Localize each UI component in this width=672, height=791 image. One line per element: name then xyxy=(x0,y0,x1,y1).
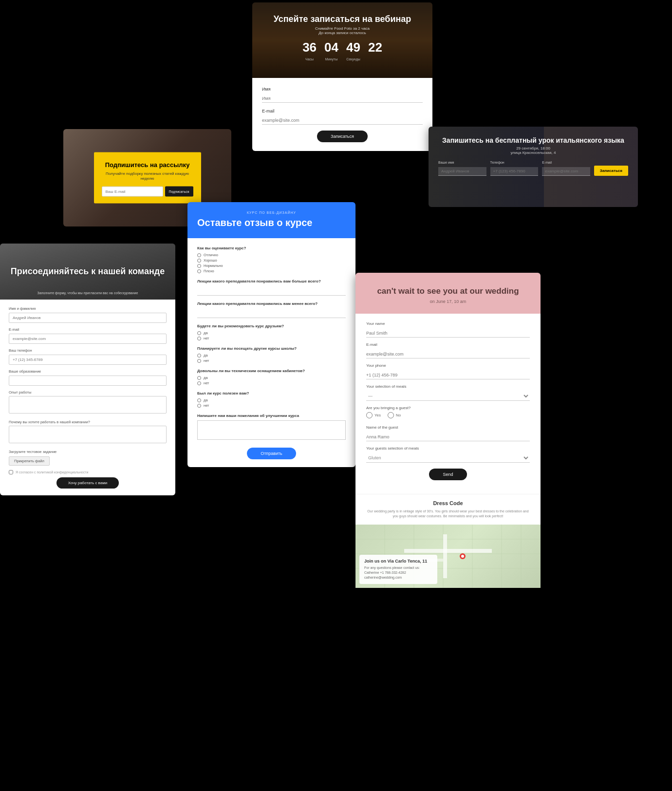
wedding-guest-yes[interactable]: Yes xyxy=(366,412,381,418)
team-email-input[interactable] xyxy=(9,334,167,344)
course-q5: Планируете ли вы посещать другие курсы ш… xyxy=(197,346,346,351)
team-privacy-label: Я согласен с политикой конфиденциальност… xyxy=(16,471,88,474)
course-q3: Лекции какого преподавателя понравились … xyxy=(197,301,346,306)
wedding-guestname-label: Name of the guest xyxy=(366,425,530,430)
wedding-guestmeals-label: Your guests selection of meals xyxy=(366,446,530,451)
webinar-subtitle: Снимайте Food Foto за 2 часа До конца за… xyxy=(262,26,423,35)
team-reason-textarea[interactable] xyxy=(9,426,167,443)
course-card: КУРС ПО ВЕБ-ДИЗАЙНУ Оставьте отзыв о кур… xyxy=(187,202,355,467)
q1-option-0[interactable] xyxy=(197,253,201,257)
course-q4: Будете ли вы рекомендовать курс друзьям? xyxy=(197,324,346,328)
team-phone-label: Ваш телефон xyxy=(9,348,167,353)
team-privacy-checkbox[interactable] xyxy=(9,470,13,474)
team-education-input[interactable] xyxy=(9,376,167,386)
wedding-guest-label: Are you bringing a guest? xyxy=(366,406,530,410)
q4-option-0[interactable] xyxy=(197,331,201,335)
italian-card: Запишитесь на бесплатный урок итальянско… xyxy=(429,127,638,207)
team-name-input[interactable] xyxy=(9,313,167,323)
countdown-seconds: 49 xyxy=(346,41,360,54)
q6-option-0[interactable] xyxy=(197,376,201,380)
italian-email-label: E-mail xyxy=(542,161,590,164)
svg-rect-10 xyxy=(443,534,447,578)
dress-code-text: Our wedding party is in vintage style of… xyxy=(366,509,530,519)
join-us-title: Join us on Via Carlo Tenca, 11 xyxy=(364,559,432,564)
italian-email-input[interactable] xyxy=(542,167,590,176)
italian-name-input[interactable] xyxy=(438,167,486,176)
wedding-guestmeals-select[interactable]: Gluten Option 1 xyxy=(366,453,530,463)
team-card: Присоединяйтесь к нашей команде Заполнит… xyxy=(0,244,175,495)
webinar-submit-button[interactable]: Записаться xyxy=(317,131,368,142)
italian-title: Запишитесь на бесплатный урок итальянско… xyxy=(442,136,624,144)
wedding-name-label: Your name xyxy=(366,321,530,326)
newsletter-email-input[interactable] xyxy=(102,186,163,196)
wedding-guestname-input[interactable] xyxy=(366,433,530,441)
wedding-submit-button[interactable]: Send xyxy=(429,469,467,480)
wedding-name-input[interactable] xyxy=(366,329,530,338)
q7-option-1[interactable] xyxy=(197,404,201,408)
team-upload-button[interactable]: Прикрепить файл xyxy=(9,456,50,466)
newsletter-submit-button[interactable]: Подписаться xyxy=(165,186,193,196)
join-us-email: catherine@wedding.com xyxy=(364,575,432,580)
wedding-title: can't wait to see you at our wedding xyxy=(367,286,529,296)
countdown-minutes-label: Минуты xyxy=(325,57,337,61)
team-subtitle: Заполните форму, чтобы мы пригласили вас… xyxy=(37,291,138,295)
join-us-box: Join us on Via Carlo Tenca, 11 For any q… xyxy=(359,555,437,584)
webinar-name-input[interactable] xyxy=(262,94,423,103)
italian-submit-button[interactable]: Записаться xyxy=(594,166,628,176)
team-submit-button[interactable]: Хочу работать с вами xyxy=(56,477,119,489)
course-q1: Как вы оцениваете курс? xyxy=(197,246,346,250)
course-q7: Был ли курс полезен вам? xyxy=(197,391,346,396)
course-q2-input[interactable] xyxy=(197,288,346,296)
svg-point-13 xyxy=(461,555,464,558)
q5-option-1[interactable] xyxy=(197,359,201,363)
q5-option-0[interactable] xyxy=(197,354,201,358)
italian-date-info: 29 сентября, 18:00 улица Красносельская,… xyxy=(510,146,556,155)
wedding-guest-no[interactable]: No xyxy=(388,412,401,418)
svg-rect-9 xyxy=(404,549,492,553)
countdown-minutes: 04 xyxy=(324,41,338,54)
webinar-name-label: Имя xyxy=(262,87,423,92)
countdown-seconds-label: Секунды xyxy=(346,57,360,61)
course-q8: Напишите нам ваши пожелания об улучшении… xyxy=(197,414,346,418)
newsletter-title: Подпишитесь на рассылку xyxy=(102,161,193,169)
webinar-email-label: E-mail xyxy=(262,109,423,113)
webinar-countdown: 36 Часы 04 Минуты 49 Секунды 22 xyxy=(262,41,423,62)
italian-phone-input[interactable] xyxy=(490,167,539,176)
q4-option-1[interactable] xyxy=(197,337,201,340)
wedding-card: can't wait to see you at our wedding on … xyxy=(355,273,541,604)
wedding-meals-label: Your selection of meals xyxy=(366,384,530,389)
italian-name-label: Ваше имя xyxy=(438,161,486,164)
wedding-meals-select[interactable]: — Option 1 Option 2 xyxy=(366,392,530,401)
course-q8-textarea[interactable] xyxy=(197,420,346,440)
wedding-email-input[interactable] xyxy=(366,350,530,358)
course-submit-button[interactable]: Отправить xyxy=(247,448,296,459)
team-reason-label: Почему вы хотите работать в нашей компан… xyxy=(9,420,167,424)
q1-option-1[interactable] xyxy=(197,259,201,263)
countdown-extra: 22 xyxy=(368,41,382,54)
dress-code-title: Dress Code xyxy=(366,500,530,506)
newsletter-subtitle: Получайте подборку полезных статей кажду… xyxy=(102,171,193,182)
webinar-card: Успейте записаться на вебинар Снимайте F… xyxy=(252,2,432,151)
webinar-email-input[interactable] xyxy=(262,116,423,125)
q1-option-2[interactable] xyxy=(197,264,201,268)
team-company-label: Опыт работы xyxy=(9,390,167,395)
course-q3-input[interactable] xyxy=(197,310,346,318)
wedding-map: Join us on Via Carlo Tenca, 11 For any q… xyxy=(355,525,541,588)
team-company-textarea[interactable] xyxy=(9,396,167,414)
q7-option-0[interactable] xyxy=(197,398,201,402)
team-education-label: Ваше образование xyxy=(9,369,167,374)
team-upload-label: Загрузите тестовое задание xyxy=(9,450,167,454)
team-phone-input[interactable] xyxy=(9,355,167,365)
course-q2: Лекции какого преподавателя понравились … xyxy=(197,279,346,283)
team-email-label: E-mail xyxy=(9,327,167,332)
countdown-hours-label: Часы xyxy=(305,57,314,61)
q1-option-3[interactable] xyxy=(197,269,201,273)
team-title: Присоединяйтесь к нашей команде xyxy=(1,266,175,277)
q6-option-1[interactable] xyxy=(197,381,201,385)
course-title: Оставьте отзыв о курсе xyxy=(197,217,346,228)
webinar-title: Успейте записаться на вебинар xyxy=(262,14,423,24)
countdown-hours: 36 xyxy=(302,41,317,54)
join-us-contact2: Catherine +1 788-332-4282 xyxy=(364,570,432,575)
wedding-phone-input[interactable] xyxy=(366,371,530,379)
wedding-phone-label: Your phone xyxy=(366,363,530,368)
